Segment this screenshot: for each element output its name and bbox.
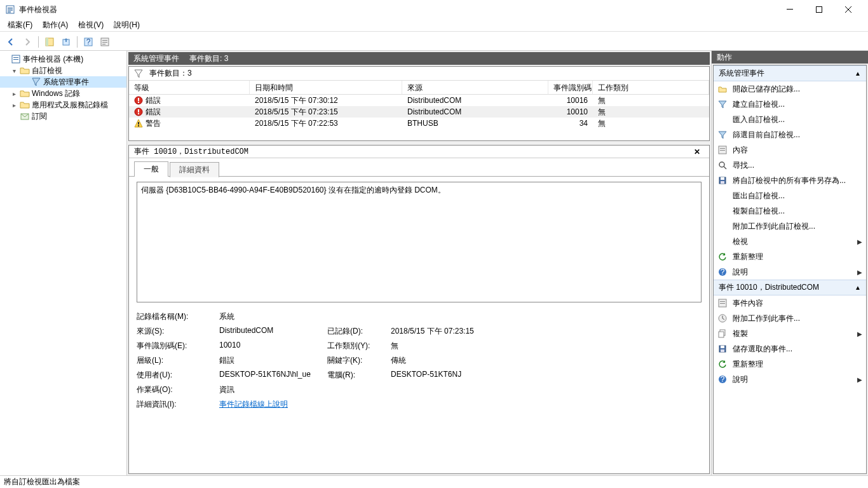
action-item[interactable]: 附加工作到此事件... xyxy=(714,311,866,326)
nav-tree[interactable]: 事件檢視器 (本機) ▾自訂檢視 系統管理事件 ▸Windows 記錄 ▸應用程… xyxy=(0,51,127,475)
tree-root[interactable]: 事件檢視器 (本機) xyxy=(0,53,126,65)
detail-close-button[interactable]: ✕ xyxy=(694,147,704,156)
action-item[interactable]: 篩選目前自訂檢視... xyxy=(714,127,866,142)
col-source[interactable]: 來源 xyxy=(402,81,548,94)
action-item[interactable]: 事件內容 xyxy=(714,295,866,311)
tree-windows-logs[interactable]: ▸Windows 記錄 xyxy=(0,88,126,99)
refresh-icon xyxy=(717,359,728,369)
action-item[interactable]: ?說明▶ xyxy=(714,264,866,280)
svg-rect-41 xyxy=(720,303,725,304)
forward-button[interactable] xyxy=(20,35,34,49)
folder-icon xyxy=(717,84,728,94)
tab-general[interactable]: 一般 xyxy=(134,161,168,177)
action-item[interactable]: 內容 xyxy=(714,142,866,158)
expand-icon[interactable]: ▸ xyxy=(10,102,18,109)
action-label: 內容 xyxy=(733,145,748,156)
menu-file[interactable]: 檔案(F) xyxy=(3,18,37,32)
action-item[interactable]: 檢視▶ xyxy=(714,234,866,249)
action-item[interactable]: 將自訂檢視中的所有事件另存為... xyxy=(714,173,866,188)
blank-icon xyxy=(717,191,728,201)
tree-admin-events[interactable]: 系統管理事件 xyxy=(0,76,126,88)
action-item[interactable]: 複製▶ xyxy=(714,326,866,341)
help-button[interactable]: ? xyxy=(81,35,95,49)
save-icon xyxy=(717,175,728,186)
tree-subscriptions[interactable]: 訂閱 xyxy=(0,111,126,122)
actions-section-1: 系統管理事件▲ xyxy=(714,65,866,81)
properties-button[interactable] xyxy=(98,35,112,49)
svg-rect-1 xyxy=(8,8,13,9)
svg-rect-15 xyxy=(102,42,107,43)
action-label: 將自訂檢視中的所有事件另存為... xyxy=(733,175,846,186)
action-item[interactable]: 附加工作到此自訂檢視... xyxy=(714,219,866,234)
cell-source: DistributedCOM xyxy=(402,95,548,105)
menu-view[interactable]: 檢視(V) xyxy=(73,18,109,32)
label-log-name: 記錄檔名稱(M): xyxy=(137,311,213,322)
col-event-id[interactable]: 事件識別碼 xyxy=(548,81,593,94)
table-row[interactable]: 錯誤2018/5/15 下午 07:23:15DistributedCOM100… xyxy=(129,106,709,118)
expand-icon[interactable]: ▸ xyxy=(10,90,18,97)
table-row[interactable]: 錯誤2018/5/15 下午 07:30:12DistributedCOM100… xyxy=(129,95,709,106)
help-icon: ? xyxy=(717,267,728,277)
action-item[interactable]: 尋找... xyxy=(714,158,866,173)
menu-action[interactable]: 動作(A) xyxy=(37,18,73,32)
menu-help[interactable]: 說明(H) xyxy=(109,18,145,32)
tree-custom-views[interactable]: ▾自訂檢視 xyxy=(0,65,126,76)
link-more-info[interactable]: 事件記錄檔線上說明 xyxy=(219,399,321,410)
svg-rect-30 xyxy=(720,148,725,149)
cell-level: 錯誤 xyxy=(146,95,161,106)
action-label: 檢視 xyxy=(733,236,748,247)
event-detail: 事件 10010，DistributedCOM ✕ 一般 詳細資料 伺服器 {D… xyxy=(128,145,710,474)
cell-category: 無 xyxy=(593,95,709,107)
detail-header: 事件 10010，DistributedCOM ✕ xyxy=(129,146,709,158)
collapse-icon[interactable]: ▾ xyxy=(10,67,18,74)
close-button[interactable] xyxy=(834,0,863,19)
detail-message[interactable]: 伺服器 {D63B10C5-BB46-4990-A94F-E40B9D52016… xyxy=(137,182,702,302)
action-item[interactable]: 建立自訂檢視... xyxy=(714,97,866,112)
action-item[interactable]: 重新整理 xyxy=(714,356,866,372)
minimize-button[interactable] xyxy=(775,0,804,19)
export-button[interactable] xyxy=(59,35,73,49)
svg-rect-31 xyxy=(720,150,725,151)
center-header-title: 系統管理事件 xyxy=(133,53,179,64)
filter-icon[interactable] xyxy=(134,69,143,78)
col-category[interactable]: 工作類別 xyxy=(593,81,709,94)
action-item[interactable]: 重新整理 xyxy=(714,249,866,264)
props-icon xyxy=(717,145,728,155)
back-button[interactable] xyxy=(4,35,18,49)
action-label: 開啟已儲存的記錄... xyxy=(733,84,800,95)
label-event-id: 事件識別碼(E): xyxy=(137,341,213,351)
tree-label: 事件檢視器 (本機) xyxy=(23,54,83,65)
app-icon xyxy=(5,4,15,15)
chevron-right-icon: ▶ xyxy=(857,330,862,337)
svg-rect-47 xyxy=(721,349,724,352)
action-item[interactable]: 匯入自訂檢視... xyxy=(714,112,866,127)
show-tree-button[interactable] xyxy=(43,35,57,49)
tab-details[interactable]: 詳細資料 xyxy=(170,162,219,177)
svg-line-33 xyxy=(724,166,726,169)
action-label: 尋找... xyxy=(733,160,754,171)
action-item[interactable]: 儲存選取的事件... xyxy=(714,341,866,356)
col-date[interactable]: 日期和時間 xyxy=(250,81,402,94)
center-header-count: 事件數目: 3 xyxy=(189,53,228,64)
svg-rect-4 xyxy=(787,9,793,10)
action-label: 篩選目前自訂檢視... xyxy=(733,130,800,140)
maximize-button[interactable] xyxy=(804,0,834,19)
tree-app-service-logs[interactable]: ▸應用程式及服務記錄檔 xyxy=(0,99,126,111)
action-item[interactable]: ?說明▶ xyxy=(714,372,866,387)
collapse-icon[interactable]: ▲ xyxy=(855,70,861,77)
action-item[interactable]: 匯出自訂檢視... xyxy=(714,188,866,203)
col-level[interactable]: 等級 xyxy=(129,81,250,94)
actions-section-2: 事件 10010，DistributedCOM▲ xyxy=(714,280,866,295)
grid-body[interactable]: 錯誤2018/5/15 下午 07:30:12DistributedCOM100… xyxy=(129,95,709,140)
svg-rect-35 xyxy=(721,177,724,180)
save-icon xyxy=(717,344,728,354)
action-item[interactable]: 複製自訂檢視... xyxy=(714,203,866,219)
label-keywords: 關鍵字(K): xyxy=(327,355,384,366)
cell-event-id: 34 xyxy=(548,118,593,128)
table-row[interactable]: 警告2018/5/15 下午 07:22:53BTHUSB34無 xyxy=(129,118,709,129)
action-item[interactable]: 開啟已儲存的記錄... xyxy=(714,81,866,97)
blank-icon xyxy=(717,236,728,247)
label-source: 來源(S): xyxy=(137,326,213,337)
help-icon: ? xyxy=(717,374,728,384)
collapse-icon[interactable]: ▲ xyxy=(855,284,861,291)
